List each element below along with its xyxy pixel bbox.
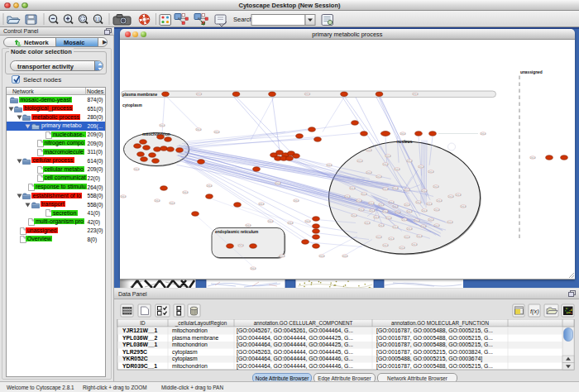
svg-text:Unk.d: Unk.d bbox=[207, 184, 213, 188]
svg-text:Unk.d: Unk.d bbox=[530, 156, 536, 160]
svg-text:Unk.d: Unk.d bbox=[370, 209, 376, 213]
svg-text:plasma membrane: plasma membrane bbox=[122, 93, 157, 97]
svg-text:Unk.d: Unk.d bbox=[448, 195, 454, 198]
svg-text:Unk.d: Unk.d bbox=[422, 189, 428, 193]
svg-text:Unk.d: Unk.d bbox=[376, 175, 382, 179]
svg-text:Unk.d: Unk.d bbox=[366, 171, 372, 174]
svg-text:[GO:0016787, GO:0005488, GO:00: [GO:0016787, GO:0005488, GO:0005215, G..… bbox=[376, 335, 493, 342]
svg-text:Unk.d: Unk.d bbox=[183, 191, 189, 194]
svg-text:Unk.d: Unk.d bbox=[376, 236, 382, 239]
svg-text:Unk.d: Unk.d bbox=[359, 208, 365, 212]
svg-text:Unk.d: Unk.d bbox=[433, 185, 439, 189]
svg-text:Unk.d: Unk.d bbox=[246, 224, 251, 227]
svg-text:YPL036W__1: YPL036W__1 bbox=[122, 342, 158, 347]
svg-text:[GO:0044464, GO:0044444, GO:00: [GO:0044464, GO:0044444, GO:0044425, G..… bbox=[237, 342, 353, 348]
svg-text:Unk.d: Unk.d bbox=[383, 210, 389, 213]
svg-text:Unk.d: Unk.d bbox=[196, 128, 202, 131]
svg-text:[GO:0045267, GO:0045261, GO:00: [GO:0045267, GO:0045261, GO:0044464, G..… bbox=[237, 327, 353, 334]
svg-text:Unk.d: Unk.d bbox=[421, 225, 427, 228]
svg-text:Unk.d: Unk.d bbox=[428, 170, 434, 174]
svg-text:cytoplasm: cytoplasm bbox=[122, 103, 142, 108]
svg-text:plasma membrane: plasma membrane bbox=[172, 335, 219, 342]
svg-text:Unk.d: Unk.d bbox=[413, 93, 419, 96]
svg-text:[GO:0044464, GO:0044444, GO:00: [GO:0044464, GO:0044444, GO:0044446, G..… bbox=[237, 363, 353, 370]
svg-text:[GO:0016787, GO:0005215, GO:00: [GO:0016787, GO:0005215, GO:0003824, G..… bbox=[376, 349, 493, 356]
svg-text:mitochondrion: mitochondrion bbox=[172, 327, 208, 333]
svg-text:Unk.d: Unk.d bbox=[374, 216, 380, 219]
svg-text:Unk.d: Unk.d bbox=[404, 236, 410, 239]
svg-text:Unk.d: Unk.d bbox=[434, 208, 440, 212]
svg-text:Unk.d: Unk.d bbox=[404, 203, 410, 207]
svg-text:Unk.d: Unk.d bbox=[345, 195, 351, 198]
svg-text:Unk.d: Unk.d bbox=[196, 93, 202, 96]
svg-text:Unk.d: Unk.d bbox=[352, 214, 357, 218]
svg-text:YPL036W__2: YPL036W__2 bbox=[122, 335, 158, 341]
svg-text:[GO:0016787, GO:0005488, GO:00: [GO:0016787, GO:0005488, GO:0005215, G..… bbox=[376, 327, 493, 334]
svg-text:Unk.d: Unk.d bbox=[251, 267, 256, 270]
svg-text:[GO:0016787, GO:0005488, GO:00: [GO:0016787, GO:0005488, GO:0005215, G..… bbox=[376, 363, 493, 370]
svg-text:f(x): f(x) bbox=[530, 308, 539, 315]
svg-text:[GO:0016787, GO:0005488, GO:00: [GO:0016787, GO:0005488, GO:0005215, G..… bbox=[376, 342, 493, 348]
svg-text:_cellularLayoutRegion: _cellularLayoutRegion bbox=[175, 320, 227, 327]
svg-text:cytoplasm: cytoplasm bbox=[172, 349, 198, 356]
svg-text:Unk.d: Unk.d bbox=[268, 220, 274, 223]
svg-text:Unk.d: Unk.d bbox=[385, 155, 391, 158]
svg-text:Unk.d: Unk.d bbox=[386, 217, 392, 220]
svg-text:[GO:0045263, GO:0044444, GO:00: [GO:0045263, GO:0044444, GO:0044445, G..… bbox=[237, 349, 353, 356]
svg-text:mitochondrion: mitochondrion bbox=[142, 132, 170, 136]
svg-text:Unk.d: Unk.d bbox=[383, 244, 389, 247]
svg-text:Unk.d: Unk.d bbox=[395, 168, 400, 171]
svg-text:YDR039C__1: YDR039C__1 bbox=[122, 363, 157, 369]
svg-text:Unk.d: Unk.d bbox=[288, 222, 294, 225]
svg-text:Unk.d: Unk.d bbox=[361, 193, 367, 196]
svg-text:Unk.d: Unk.d bbox=[389, 237, 395, 241]
svg-text:Unk.d: Unk.d bbox=[393, 226, 399, 229]
svg-text:Unk.d: Unk.d bbox=[447, 221, 453, 224]
svg-text:Unk.d: Unk.d bbox=[383, 188, 389, 191]
svg-text:Unk.d: Unk.d bbox=[404, 189, 410, 192]
svg-text:Unk.d: Unk.d bbox=[160, 124, 165, 127]
svg-text:Unk.d: Unk.d bbox=[366, 149, 372, 152]
svg-text:cytoplasm: cytoplasm bbox=[172, 356, 198, 362]
svg-text:Unk.d: Unk.d bbox=[400, 132, 406, 136]
svg-text:YKR052C: YKR052C bbox=[122, 356, 148, 361]
svg-text:Unk.d: Unk.d bbox=[342, 255, 348, 258]
svg-text:Unk.d: Unk.d bbox=[427, 203, 433, 206]
svg-text:Unk.d: Unk.d bbox=[214, 131, 220, 134]
svg-text:Unk.d: Unk.d bbox=[238, 244, 244, 247]
svg-text:[GO:0044464, GO:0044444, GO:00: [GO:0044464, GO:0044444, GO:0044425, G..… bbox=[237, 335, 353, 342]
svg-text:Unk.d: Unk.d bbox=[461, 205, 467, 208]
svg-text:Unk.d: Unk.d bbox=[412, 243, 418, 246]
svg-text:Unk.d: Unk.d bbox=[357, 160, 363, 163]
svg-text:Unk.d: Unk.d bbox=[456, 194, 462, 197]
svg-text:Unk.d: Unk.d bbox=[402, 218, 408, 222]
svg-text:mitochondrion: mitochondrion bbox=[172, 363, 208, 369]
svg-text:Unk.d: Unk.d bbox=[365, 222, 371, 225]
svg-text:Unk.d: Unk.d bbox=[419, 165, 424, 169]
svg-text:Unk.d: Unk.d bbox=[393, 187, 399, 190]
svg-text:Unk.d: Unk.d bbox=[280, 255, 285, 258]
svg-text:Unk.d: Unk.d bbox=[400, 246, 405, 250]
svg-text:Unk.d: Unk.d bbox=[417, 235, 423, 238]
svg-text:Unk.d: Unk.d bbox=[305, 220, 311, 223]
svg-text:Unk.d: Unk.d bbox=[294, 199, 299, 203]
svg-text:Unk.d: Unk.d bbox=[428, 218, 434, 222]
svg-text:YLR295C: YLR295C bbox=[122, 349, 147, 355]
svg-text:Unk.d: Unk.d bbox=[383, 163, 389, 166]
svg-text:annotation.GO MOLECULAR_FUNCTI: annotation.GO MOLECULAR_FUNCTION bbox=[391, 320, 489, 327]
svg-text:mitochondrion: mitochondrion bbox=[172, 342, 208, 347]
svg-text:annotation.GO CELLULAR_COMPONE: annotation.GO CELLULAR_COMPONENT bbox=[254, 320, 353, 327]
svg-text:[GO:0044464, GO:0044444, GO:00: [GO:0044464, GO:0044444, GO:0044446, G..… bbox=[237, 356, 353, 362]
svg-text:Unk.d: Unk.d bbox=[304, 93, 310, 96]
svg-text:Unk.d: Unk.d bbox=[437, 199, 443, 203]
svg-text:Unk.d: Unk.d bbox=[416, 201, 422, 204]
svg-text:1:1: 1:1 bbox=[95, 17, 101, 22]
svg-text:Unk.d: Unk.d bbox=[481, 132, 486, 136]
svg-text:Unk.d: Unk.d bbox=[327, 164, 333, 167]
svg-text:YJR121W__1: YJR121W__1 bbox=[122, 327, 158, 333]
svg-text:Unk.d: Unk.d bbox=[350, 187, 356, 190]
svg-text:Unk.d: Unk.d bbox=[422, 209, 428, 213]
svg-text:Unk.d: Unk.d bbox=[369, 202, 375, 205]
svg-text:Unk.d: Unk.d bbox=[407, 227, 413, 231]
svg-text:Unk.d: Unk.d bbox=[379, 203, 385, 207]
